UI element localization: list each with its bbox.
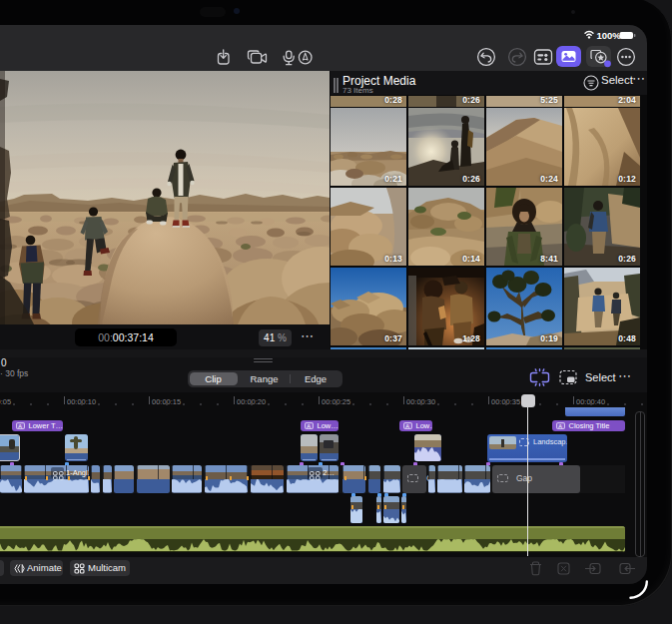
svg-text:100%: 100% (597, 30, 622, 41)
